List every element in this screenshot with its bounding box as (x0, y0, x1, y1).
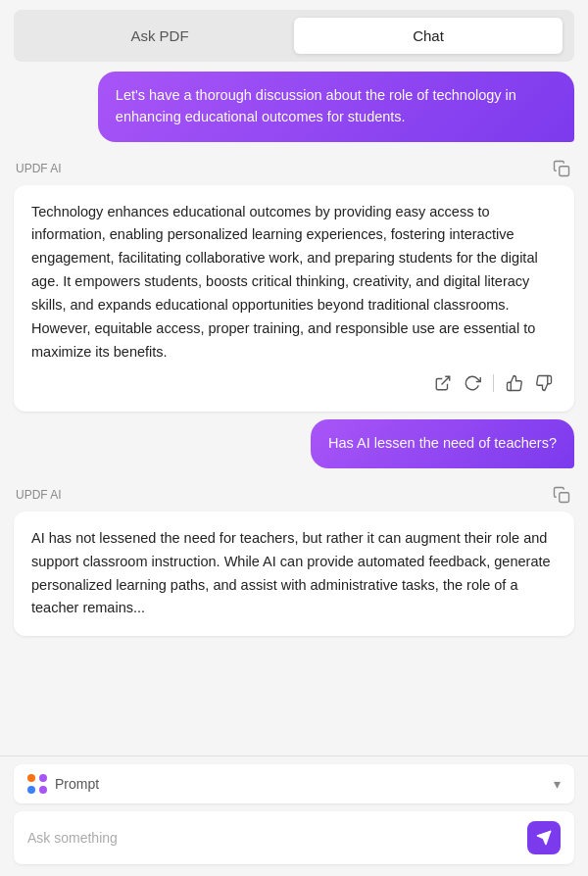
chevron-down-icon: ▾ (554, 776, 561, 792)
action-divider-1 (493, 374, 494, 392)
prompt-left: Prompt (27, 774, 99, 794)
tab-bar: Ask PDF Chat (14, 10, 574, 62)
input-row (14, 811, 574, 864)
user-bubble-2: Has AI lessen the need of teachers? (311, 419, 574, 468)
prompt-dots-icon (27, 774, 47, 794)
tab-chat[interactable]: Chat (294, 18, 563, 54)
svg-rect-0 (560, 166, 569, 175)
send-button[interactable] (527, 821, 561, 854)
user-bubble-1: Let's have a thorough discussion about t… (98, 72, 574, 142)
ai-card-text-1: Technology enhances educational outcomes… (31, 201, 557, 365)
svg-rect-2 (560, 492, 569, 502)
ai-label-row-1: UPDF AI (14, 158, 574, 179)
ai-card-text-2: AI has not lessened the need for teacher… (31, 527, 557, 621)
ai-label-row-2: UPDF AI (14, 484, 574, 506)
user-message-1: Let's have a thorough discussion about t… (14, 72, 574, 142)
dot-tl (27, 774, 35, 782)
ai-card-1: Technology enhances educational outcomes… (14, 185, 574, 412)
svg-line-1 (442, 376, 450, 384)
ai-sender-2: UPDF AI (16, 488, 62, 502)
thumbs-down-icon-1[interactable] (535, 374, 553, 392)
tab-ask-pdf[interactable]: Ask PDF (25, 18, 294, 54)
external-link-icon-1[interactable] (434, 374, 452, 392)
ai-sender-1: UPDF AI (16, 162, 62, 175)
app-container: Ask PDF Chat Let's have a thorough discu… (0, 0, 588, 876)
user-message-2: Has AI lessen the need of teachers? (14, 419, 574, 468)
refresh-icon-1[interactable] (464, 374, 481, 392)
ai-response-1: UPDF AI Technology enhances educational … (14, 154, 574, 419)
bottom-area: Prompt ▾ (0, 755, 588, 876)
prompt-label: Prompt (55, 776, 99, 792)
send-icon (536, 830, 552, 846)
copy-button-2[interactable] (551, 484, 572, 506)
dot-tr (39, 774, 47, 782)
ai-card-2: AI has not lessened the need for teacher… (14, 511, 574, 637)
chat-input[interactable] (27, 830, 519, 846)
ai-response-2: UPDF AI AI has not lessened the need for… (14, 480, 574, 645)
dot-br (39, 786, 47, 794)
dot-bl (27, 786, 35, 794)
prompt-selector[interactable]: Prompt ▾ (14, 764, 574, 803)
chat-area: Let's have a thorough discussion about t… (0, 72, 588, 755)
copy-button-1[interactable] (551, 158, 572, 179)
action-icons-row-1 (31, 365, 557, 396)
thumbs-up-icon-1[interactable] (506, 374, 523, 392)
